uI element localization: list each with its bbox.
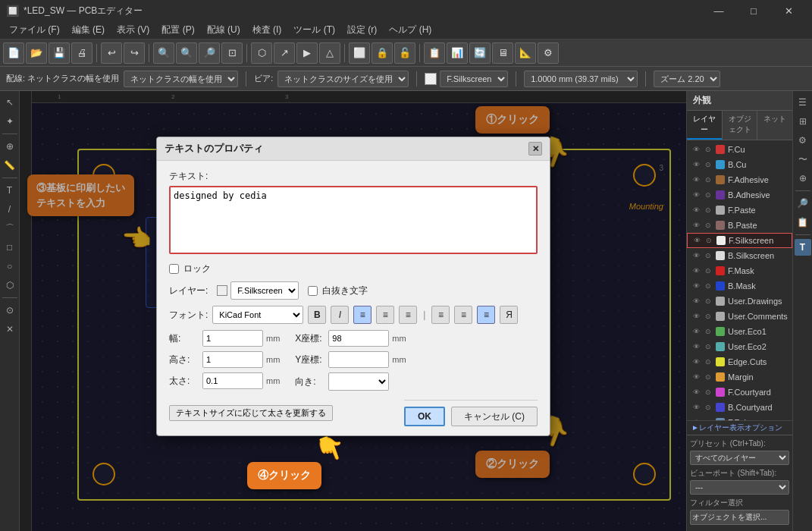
filter-button[interactable]: オブジェクトを選択...: [690, 510, 789, 525]
cancel-button[interactable]: キャンセル (C): [451, 407, 538, 426]
delete-tool[interactable]: ✕: [2, 321, 18, 338]
scripting-btn[interactable]: ⚙: [538, 42, 559, 64]
redo-button[interactable]: ↪: [124, 42, 145, 64]
layer-eye-F.Adhesive[interactable]: 👁: [691, 175, 701, 184]
menu-settings[interactable]: 設定 (r): [341, 22, 383, 38]
menu-route[interactable]: 配線 (U): [201, 22, 246, 38]
circle-tool[interactable]: ○: [2, 258, 18, 275]
arc-tool[interactable]: ⌒: [2, 220, 18, 237]
layer-item-user-eco2[interactable]: 👁 ⊙ User.Eco2: [687, 339, 792, 354]
menu-tools[interactable]: ツール (T): [287, 22, 341, 38]
layer-eye-B.Adhesive[interactable]: 👁: [691, 190, 701, 200]
align-left-button[interactable]: ≡: [353, 306, 372, 324]
bold-button[interactable]: B: [308, 306, 326, 324]
align-vert-mid[interactable]: ≡: [454, 306, 472, 324]
measure-tool[interactable]: ⊕: [2, 138, 18, 155]
layer-eye-User.Eco1[interactable]: 👁: [691, 327, 701, 336]
zoom-in-button[interactable]: 🔍: [176, 42, 197, 64]
update-btn[interactable]: 🔄: [469, 42, 491, 64]
menu-inspect[interactable]: 検査 (I): [246, 22, 288, 38]
zoom-fit-button[interactable]: ⊡: [221, 42, 243, 64]
new-button[interactable]: 📄: [3, 42, 24, 64]
layer-item-edge-cuts[interactable]: 👁 ⊙ Edge.Cuts: [687, 354, 792, 369]
layer-eye-Edge.Cuts[interactable]: 👁: [691, 357, 701, 366]
lock-checkbox[interactable]: [169, 264, 179, 274]
white-text-checkbox[interactable]: [308, 286, 318, 296]
highlight-tool[interactable]: ✦: [2, 113, 18, 130]
layer-item-f-courtyard[interactable]: 👁 ⊙ F.Courtyard: [687, 385, 792, 400]
layer-item-f-cu[interactable]: 👁 ⊙ F.Cu: [687, 142, 792, 157]
ok-button[interactable]: OK: [404, 407, 445, 426]
font-select[interactable]: KiCad Font: [212, 306, 303, 324]
layer-item-b-paste[interactable]: 👁 ⊙ B.Paste: [687, 218, 792, 233]
save-button[interactable]: 💾: [49, 42, 70, 64]
layer-item-margin[interactable]: 👁 ⊙ Margin: [687, 369, 792, 385]
menu-file[interactable]: ファイル (F): [3, 22, 66, 38]
layer-item-b-silkscreen[interactable]: 👁 ⊙ B.Silkscreen: [687, 248, 792, 263]
layer-eye-F.Mask[interactable]: 👁: [691, 266, 701, 275]
layer-eye-F.Paste[interactable]: 👁: [691, 206, 701, 215]
rect-tool[interactable]: □: [2, 239, 18, 256]
open-button[interactable]: 📂: [26, 42, 47, 64]
layer-item-f-mask[interactable]: 👁 ⊙ F.Mask: [687, 263, 792, 278]
thickness-input[interactable]: [202, 372, 263, 389]
layer-eye-F.Silkscreen[interactable]: 👁: [692, 236, 701, 245]
calc-btn[interactable]: 📐: [515, 42, 536, 64]
layer-eye-B.Courtyard[interactable]: 👁: [691, 403, 701, 412]
layer-eye-User.Eco2[interactable]: 👁: [691, 342, 701, 351]
layer-item-b-adhesive[interactable]: 👁 ⊙ B.Adhesive: [687, 187, 792, 203]
posx-input[interactable]: [328, 330, 389, 347]
line-tool[interactable]: /: [2, 201, 18, 218]
maximize-button[interactable]: □: [736, 0, 771, 21]
ruler-tool[interactable]: 📏: [2, 157, 18, 174]
layer-eye-B.Cu[interactable]: 👁: [691, 160, 701, 169]
zoom-select[interactable]: ズーム 2.20: [654, 71, 720, 87]
layer-item-f-silkscreen[interactable]: 👁 ⊙ F.Silkscreen: [687, 233, 792, 248]
tool-btn-6[interactable]: 🔒: [372, 42, 393, 64]
layer-item-user-comments[interactable]: 👁 ⊙ User.Comments: [687, 309, 792, 324]
align-vert-bot[interactable]: ≡: [477, 306, 495, 324]
pads-btn[interactable]: ⊕: [795, 170, 811, 187]
menu-help[interactable]: ヘルプ (H): [383, 22, 437, 38]
tool-btn-4[interactable]: △: [319, 42, 340, 64]
tool-btn-3[interactable]: ▶: [296, 42, 318, 64]
layer-eye-B.Paste[interactable]: 👁: [691, 221, 701, 230]
layer-dropdown[interactable]: F.Silkscreen: [230, 281, 299, 300]
align-vert-top[interactable]: ≡: [431, 306, 450, 324]
board-setup-btn[interactable]: ⚙: [795, 132, 811, 149]
mirror-button[interactable]: Я: [500, 306, 518, 324]
height-input[interactable]: [202, 351, 263, 368]
layer-eye-User.Comments[interactable]: 👁: [691, 312, 701, 321]
text-input[interactable]: designed by cedia: [169, 186, 538, 254]
layer-item-f-paste[interactable]: 👁 ⊙ F.Paste: [687, 203, 792, 218]
search-button[interactable]: 🔍: [153, 42, 174, 64]
italic-button[interactable]: I: [331, 306, 349, 324]
3d-btn[interactable]: 🖥: [492, 42, 513, 64]
minimize-button[interactable]: —: [701, 0, 736, 21]
layer-eye-B.Mask[interactable]: 👁: [691, 281, 701, 291]
menu-edit[interactable]: 編集 (E): [66, 22, 111, 38]
layer-item-f-fab[interactable]: 👁 ⊙ F.Fab: [687, 415, 792, 420]
align-right-button[interactable]: ≡: [399, 306, 417, 324]
layer-select[interactable]: F.Silkscreen: [440, 71, 508, 87]
layer-eye-F.Courtyard[interactable]: 👁: [691, 388, 701, 397]
tool-btn-2[interactable]: ↗: [274, 42, 295, 64]
poly-tool[interactable]: ⬡: [2, 277, 18, 294]
layer-eye-B.Silkscreen[interactable]: 👁: [691, 251, 701, 260]
layer-eye-Margin[interactable]: 👁: [691, 372, 701, 382]
netlist-btn[interactable]: 📊: [447, 42, 468, 64]
tab-net[interactable]: ネット: [757, 111, 792, 140]
canvas-area[interactable]: 1 2 3 Mounting Mounting 3 ①クリック: [20, 91, 686, 531]
viewport-select[interactable]: ---: [690, 480, 789, 495]
layer-item-b-courtyard[interactable]: 👁 ⊙ B.Courtyard: [687, 400, 792, 415]
inspector-btn[interactable]: 🔎: [795, 195, 811, 212]
presets-select[interactable]: すべてのレイヤー: [690, 451, 789, 465]
layer-eye-User.Drawings[interactable]: 👁: [691, 297, 701, 306]
menu-place[interactable]: 配置 (P): [155, 22, 200, 38]
tool-btn-7[interactable]: 🔓: [394, 42, 415, 64]
autosize-button[interactable]: テキストサイズに応じて太さを更新する: [169, 405, 333, 421]
layer-display-options[interactable]: ►レイヤー表示オプション: [687, 420, 792, 435]
via-select[interactable]: ネットクラスのサイズを使用: [277, 71, 409, 87]
design-rules-btn[interactable]: 📋: [424, 42, 445, 64]
posy-input[interactable]: [328, 351, 389, 368]
